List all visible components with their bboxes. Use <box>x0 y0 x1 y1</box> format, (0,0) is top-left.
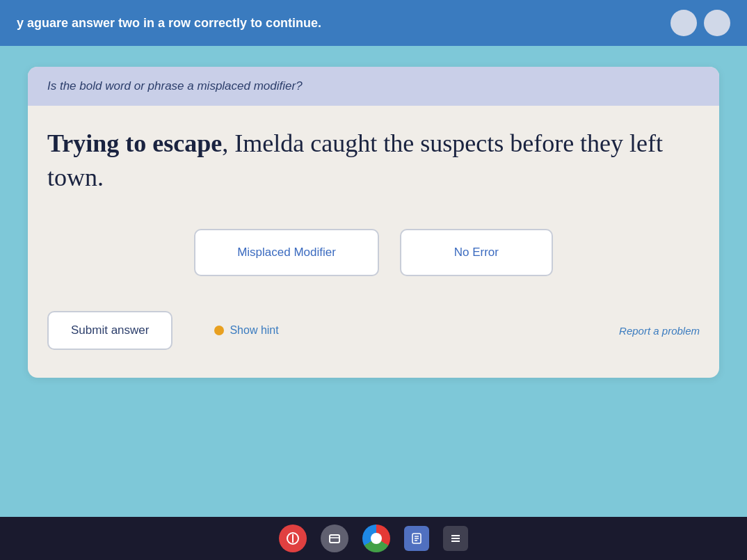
bottom-actions: Submit answer Show hint Report a problem <box>47 311 700 350</box>
home-icon[interactable] <box>279 525 307 552</box>
avatar-group <box>670 10 730 36</box>
chrome-icon[interactable] <box>362 525 390 552</box>
window-icon[interactable] <box>321 525 348 552</box>
answer-buttons: Misplaced Modifier No Error <box>47 229 700 276</box>
submit-answer-button[interactable]: Submit answer <box>47 311 172 350</box>
banner-suffix: to continue. <box>247 16 321 30</box>
misplaced-modifier-button[interactable]: Misplaced Modifier <box>194 229 379 276</box>
sentence: Trying to escape, Imelda caught the susp… <box>47 127 700 194</box>
avatar-1 <box>670 10 697 36</box>
sentence-bold-phrase: Trying to escape <box>47 129 222 157</box>
show-hint-link[interactable]: Show hint <box>214 324 278 337</box>
banner-prefix: y aguare answer <box>17 16 118 30</box>
hint-label: Show hint <box>230 324 278 337</box>
avatar-2 <box>704 10 730 36</box>
menu-icon[interactable] <box>443 526 468 551</box>
banner-text: y aguare answer two in a row correctly t… <box>17 16 321 31</box>
question-prompt: Is the bold word or phrase a misplaced m… <box>47 79 700 93</box>
sentence-area: Trying to escape, Imelda caught the susp… <box>47 127 700 194</box>
card-header: Is the bold word or phrase a misplaced m… <box>28 67 719 106</box>
taskbar <box>0 517 747 560</box>
no-error-button[interactable]: No Error <box>400 229 553 276</box>
hint-icon <box>214 326 224 335</box>
report-problem-link[interactable]: Report a problem <box>619 325 700 337</box>
card-body: Trying to escape, Imelda caught the susp… <box>28 106 719 378</box>
banner-bold: two in a row correctly <box>118 16 247 30</box>
svg-rect-2 <box>330 535 339 543</box>
question-card: Is the bold word or phrase a misplaced m… <box>28 67 719 378</box>
top-banner: y aguare answer two in a row correctly t… <box>0 0 747 46</box>
main-area: Is the bold word or phrase a misplaced m… <box>0 46 747 399</box>
files-icon[interactable] <box>404 526 429 551</box>
